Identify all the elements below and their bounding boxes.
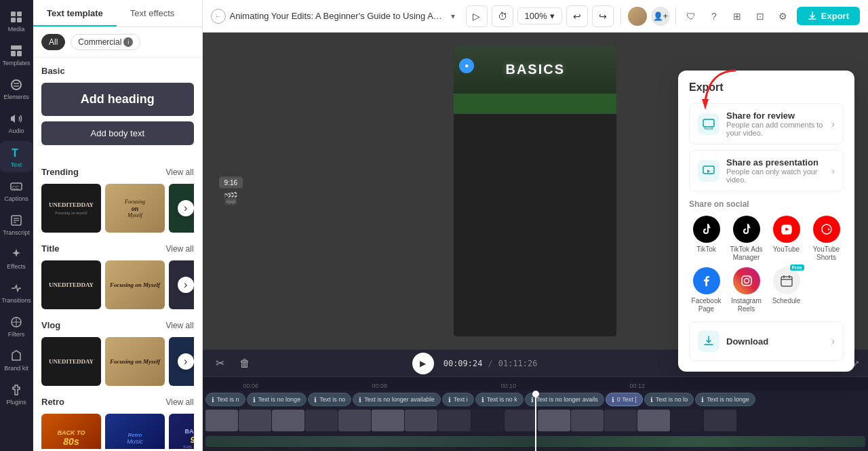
add-body-btn[interactable]: Add body text	[41, 121, 194, 145]
title-section: Title View all UNEDITEDDAY Focusing on M…	[41, 243, 194, 309]
panel-tabs: Text template Text effects	[33, 0, 202, 27]
svg-rect-4	[11, 45, 22, 50]
template-item[interactable]: Retro Music	[105, 414, 165, 449]
filter-all-btn[interactable]: All	[41, 34, 65, 50]
sidebar-item-plugins[interactable]: Plugins	[0, 378, 33, 410]
play-pause-btn[interactable]: ▶	[412, 353, 434, 374]
blue-circle: ●	[459, 58, 474, 73]
plugins-icon	[9, 383, 24, 397]
top-icons-right: 🛡 ? ⊞ ⊡ ⚙	[682, 7, 793, 26]
track-chip[interactable]: ℹText is no	[308, 393, 351, 406]
media-label: Media	[8, 26, 25, 33]
layout-icon[interactable]: ⊡	[751, 7, 770, 26]
settings-icon[interactable]: ⚙	[774, 7, 793, 26]
facebook-label: Facebook Page	[689, 297, 724, 313]
filter-commercial-btn[interactable]: Commercial i	[71, 34, 140, 50]
social-tiktok-biz[interactable]: TikTok Ads Manager	[729, 216, 764, 262]
sidebar-item-filters[interactable]: Filters	[0, 311, 33, 342]
chevron-right-icon-2: ›	[831, 165, 835, 176]
trim-icon[interactable]: ✂	[211, 354, 230, 373]
zoom-control[interactable]: 100% ▾	[517, 7, 562, 24]
sidebar-item-media[interactable]: Media	[0, 5, 33, 37]
download-option[interactable]: Download ›	[689, 321, 844, 361]
title-next-arrow[interactable]: ›	[178, 277, 194, 293]
help-icon[interactable]: ?	[705, 7, 724, 26]
redo-btn[interactable]: ↪	[592, 5, 614, 27]
sidebar-item-brand[interactable]: Brand kit	[0, 345, 33, 376]
audio-icon	[9, 111, 24, 126]
svg-rect-5	[11, 51, 16, 56]
sidebar-item-captions[interactable]: CC Captions	[0, 175, 33, 206]
share-presentation-option[interactable]: Share as presentation People can only wa…	[689, 150, 844, 191]
timer-icon[interactable]: ⏱	[492, 5, 513, 27]
play-icon[interactable]: ▷	[466, 5, 488, 27]
slide-info: 9:16 🎬	[219, 176, 243, 205]
social-tiktok[interactable]: TikTok	[689, 216, 724, 262]
sidebar-item-effects[interactable]: Effects	[0, 243, 33, 274]
trending-section: Trending View all UNEDITEDDAY Focusing o…	[41, 167, 194, 233]
trending-grid: UNEDITEDDAY Focusing on myself Focusing …	[41, 184, 194, 233]
social-schedule[interactable]: Free Schedule	[769, 267, 804, 313]
social-instagram[interactable]: Instagram Reels	[729, 267, 764, 313]
tab-text-template[interactable]: Text template	[33, 0, 117, 26]
schedule-icon: Free	[773, 267, 800, 294]
trending-view-all[interactable]: View all	[165, 168, 193, 177]
template-item[interactable]: Focusing on Myself	[105, 260, 165, 309]
sidebar-item-text[interactable]: T Text	[0, 141, 33, 172]
track-chip[interactable]: ℹ0 Text [	[606, 393, 643, 406]
sidebar-item-elements[interactable]: Elements	[0, 73, 33, 104]
share-icon[interactable]: ⊞	[728, 7, 747, 26]
svg-point-21	[749, 277, 750, 279]
effects-icon	[9, 247, 24, 262]
playhead-handle[interactable]	[532, 391, 539, 397]
sidebar-item-transcript[interactable]: Transcript	[0, 209, 33, 240]
social-facebook[interactable]: Facebook Page	[689, 267, 724, 313]
panel-content: Basic Add heading Add body text Trending…	[33, 58, 202, 449]
transcript-label: Transcript	[3, 229, 30, 236]
elements-label: Elements	[3, 94, 29, 100]
delete-icon[interactable]: 🗑	[235, 354, 254, 373]
sidebar-item-templates[interactable]: Templates	[0, 39, 33, 71]
title-view-all[interactable]: View all	[165, 244, 193, 254]
svg-text:T: T	[12, 147, 18, 159]
yt-shorts-icon	[813, 216, 840, 243]
track-chip[interactable]: ℹText is n	[205, 393, 245, 406]
retro-view-all[interactable]: View all	[165, 397, 193, 407]
bottom-green	[454, 94, 616, 114]
add-heading-btn[interactable]: Add heading	[41, 83, 194, 116]
track-chip[interactable]: ℹText is no longe	[247, 393, 307, 406]
social-youtube[interactable]: YouTube	[769, 216, 804, 262]
shield-icon[interactable]: 🛡	[682, 7, 701, 26]
template-item[interactable]: Focusing on Myself	[105, 184, 165, 233]
download-chevron: ›	[831, 336, 835, 347]
transitions-icon	[9, 281, 24, 296]
template-item[interactable]: UNEDITEDDAY	[41, 337, 101, 386]
track-chip[interactable]: ℹText is no longer available	[353, 393, 441, 406]
collab-icon[interactable]: 👤+	[651, 7, 670, 26]
template-item[interactable]: BACK TO 80s	[41, 414, 101, 449]
sidebar-item-audio[interactable]: Audio	[0, 107, 33, 138]
track-chip[interactable]: ℹText is no k	[475, 393, 524, 406]
video-thumb	[239, 410, 271, 431]
tab-text-effects[interactable]: Text effects	[117, 0, 189, 26]
trending-next-arrow[interactable]: ›	[178, 200, 194, 216]
vlog-next-arrow[interactable]: ›	[178, 353, 194, 370]
sidebar-item-transitions[interactable]: Transitions	[0, 277, 33, 308]
social-yt-shorts[interactable]: YouTube Shorts	[809, 216, 844, 262]
template-item[interactable]: Focusing on Myself	[105, 337, 165, 386]
templates-label: Templates	[2, 60, 30, 66]
undo-btn[interactable]: ↩	[566, 5, 588, 27]
vlog-view-all[interactable]: View all	[165, 321, 193, 330]
panel-filter: All Commercial i	[33, 27, 202, 58]
tiktok-label: TikTok	[696, 246, 716, 254]
template-item[interactable]: UNEDITEDDAY	[41, 260, 101, 309]
track-chip[interactable]: ℹText is no lo	[644, 393, 694, 406]
track-chip[interactable]: ℹText is no longe	[695, 393, 755, 406]
export-btn[interactable]: Export	[797, 7, 860, 25]
media-icon	[9, 9, 24, 24]
template-item[interactable]: BACK TO 90's THIS SATURDAY	[169, 414, 194, 449]
template-item[interactable]: UNEDITEDDAY Focusing on myself	[41, 184, 101, 233]
current-time: 00:09:24	[443, 359, 483, 368]
track-chip[interactable]: ℹText i	[442, 393, 474, 406]
panel-scroll[interactable]: Basic Add heading Add body text Trending…	[33, 58, 202, 449]
